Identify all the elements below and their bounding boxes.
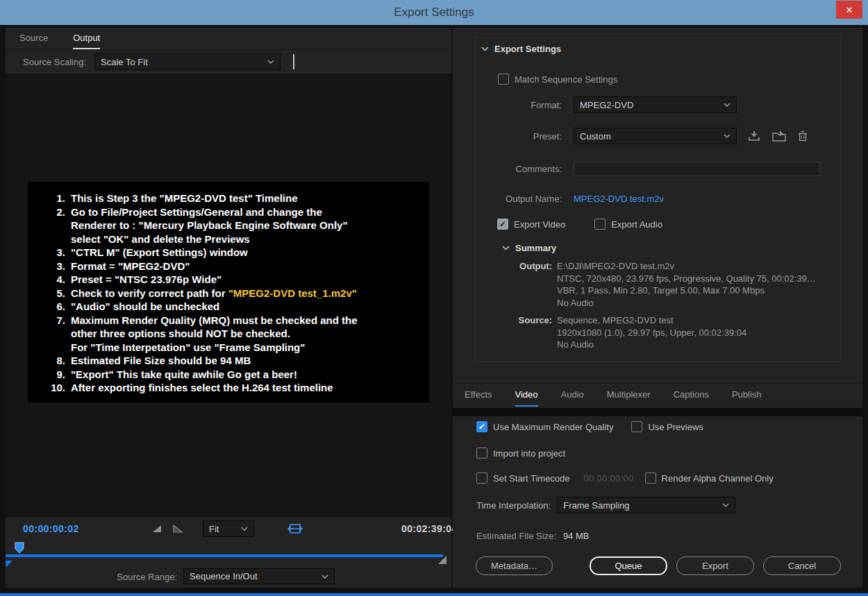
output-name-label: Output Name: xyxy=(476,194,562,204)
check-icon: ✓ xyxy=(478,423,485,431)
chevron-down-icon xyxy=(241,527,248,531)
tab-multiplexer[interactable]: Multiplexer xyxy=(607,384,651,407)
summary-output-line: No Audio xyxy=(557,297,816,309)
metadata-button[interactable]: Metadata… xyxy=(476,556,553,575)
comments-row: Comments: xyxy=(476,160,820,177)
import-preset-button[interactable] xyxy=(772,130,786,142)
save-preset-button[interactable] xyxy=(748,130,760,142)
tab-publish[interactable]: Publish xyxy=(732,384,762,407)
use-previews-label: Use Previews xyxy=(648,422,703,432)
export-settings-panel: Export Settings Match Sequence Settings … xyxy=(453,28,862,588)
source-range-label: Source Range: xyxy=(113,572,177,582)
export-button[interactable]: Export xyxy=(676,556,754,575)
close-button[interactable]: ✕ xyxy=(836,1,862,19)
chevron-down-icon xyxy=(267,60,274,64)
preset-actions xyxy=(748,130,808,142)
summary-output-row: Output: E:\DJI\MPEG2-DVD test.m2v NTSC, … xyxy=(476,260,816,309)
titlebar: Export Settings ✕ xyxy=(0,0,868,25)
panel-splitter-handle[interactable] xyxy=(293,54,294,69)
render-alpha-checkbox[interactable] xyxy=(645,472,656,484)
format-row: Format: MPEG2-DVD xyxy=(476,96,737,113)
preset-dropdown[interactable]: Custom xyxy=(574,128,737,144)
use-previews-checkbox[interactable] xyxy=(631,421,642,432)
time-interpolation-dropdown[interactable]: Frame Sampling xyxy=(557,497,735,513)
source-scaling-dropdown[interactable]: Scale To Fit xyxy=(94,53,281,70)
zoom-level-value: Fit xyxy=(209,524,219,534)
timeline-scrubber[interactable] xyxy=(6,540,451,565)
summary-output-line: VBR, 1 Pass, Min 2.80, Target 5.00, Max … xyxy=(557,284,816,297)
timecode-alpha-row: Set Start Timecode 00:00:00:00 Render Al… xyxy=(476,472,774,484)
import-into-project-label: Import into project xyxy=(493,448,565,459)
queue-button[interactable]: Queue xyxy=(590,556,667,575)
chevron-down-icon xyxy=(724,103,731,107)
import-preset-icon xyxy=(772,130,786,142)
tab-source[interactable]: Source xyxy=(19,28,48,49)
import-into-project-checkbox[interactable] xyxy=(476,448,487,459)
instruction-number: 10. xyxy=(42,381,65,395)
format-dropdown[interactable]: MPEG2-DVD xyxy=(574,96,737,113)
export-settings-header: Export Settings xyxy=(481,44,561,54)
summary-source-line: Sequence, MPEG2-DVD test xyxy=(557,314,746,327)
source-range-dropdown[interactable]: Sequence In/Out xyxy=(183,568,335,584)
instruction-item: 1.This is Step 3 the "MPEG2-DVD test" Ti… xyxy=(42,191,424,205)
source-scaling-value: Scale To Fit xyxy=(101,57,148,67)
cancel-button[interactable]: Cancel xyxy=(763,556,841,575)
start-timecode-value: 00:00:00:00 xyxy=(584,473,634,484)
summary-source-label: Source: xyxy=(476,314,552,351)
chevron-down-icon xyxy=(722,503,729,507)
tab-video[interactable]: Video xyxy=(515,384,538,407)
zoom-level-dropdown[interactable]: Fit xyxy=(203,520,254,537)
time-interpolation-row: Time Interpolation: Frame Sampling xyxy=(476,497,735,513)
instruction-text: After exporting finishes select the H.26… xyxy=(71,382,333,393)
set-out-point-icon[interactable] xyxy=(172,524,183,536)
source-scaling-label: Source Scaling: xyxy=(23,57,86,67)
summary-header: Summary xyxy=(502,243,556,253)
delete-preset-button[interactable] xyxy=(798,130,808,142)
time-interpolation-label: Time Interpolation: xyxy=(476,500,551,511)
tab-audio[interactable]: Audio xyxy=(561,384,584,407)
match-sequence-checkbox[interactable] xyxy=(498,74,509,85)
export-video-checkbox[interactable]: ✓ xyxy=(497,219,508,230)
instruction-item: 9."Export" This take quite awhile Go get… xyxy=(42,368,424,382)
instruction-item: 5.Check to verify correct path for "MPEG… xyxy=(42,287,424,300)
current-timecode[interactable]: 00:00:00:02 xyxy=(23,523,79,534)
tab-divider xyxy=(453,408,862,416)
collapse-chevron-icon[interactable] xyxy=(502,246,510,250)
use-max-render-quality-label: Use Maximum Render Quality xyxy=(493,422,613,432)
output-name-link[interactable]: MPEG2-DVD test.m2v xyxy=(574,194,664,204)
source-range-value: Sequence In/Out xyxy=(190,571,258,581)
instruction-text: "CTRL M" (Export Settings) window xyxy=(71,246,248,258)
export-video-label: Export Video xyxy=(514,219,565,230)
summary-title: Summary xyxy=(515,243,556,253)
settings-tab-bar: Effects Video Audio Multiplexer Captions… xyxy=(453,383,862,407)
export-audio-checkbox[interactable] xyxy=(594,219,606,230)
instruction-number: 2. xyxy=(42,205,65,246)
tab-effects[interactable]: Effects xyxy=(465,384,492,407)
instruction-number: 6. xyxy=(42,300,65,314)
export-streams-row: ✓ Export Video Export Audio xyxy=(497,216,662,232)
chevron-down-icon xyxy=(322,574,328,579)
use-max-render-quality-checkbox[interactable]: ✓ xyxy=(476,421,487,432)
comments-input[interactable] xyxy=(574,162,820,176)
tab-captions[interactable]: Captions xyxy=(674,384,709,407)
scrubber-track[interactable] xyxy=(6,554,443,557)
source-scaling-row: Source Scaling: Scale To Fit xyxy=(6,50,451,74)
settings-group: Export Settings Match Sequence Settings … xyxy=(475,37,841,362)
export-settings-title: Export Settings xyxy=(494,44,561,54)
instruction-text: Preset = "NTSC 23.976p Wide" xyxy=(71,273,222,285)
preview-area: 1.This is Step 3 the "MPEG2-DVD test" Ti… xyxy=(6,74,451,517)
crop-output-button[interactable] xyxy=(285,520,305,537)
set-in-point-icon[interactable] xyxy=(151,524,162,536)
tab-output[interactable]: Output xyxy=(73,28,100,49)
comments-label: Comments: xyxy=(476,164,562,174)
set-start-timecode-checkbox[interactable] xyxy=(476,472,487,484)
instruction-text: Go to File/Project Settings/General and … xyxy=(71,206,348,245)
preset-label: Preset: xyxy=(476,131,562,142)
instruction-text: Estimated File Size should be 94 MB xyxy=(71,355,251,366)
preset-row: Preset: Custom xyxy=(476,128,808,144)
collapse-chevron-icon[interactable] xyxy=(481,46,489,51)
preset-value: Custom xyxy=(580,131,611,142)
transport-bar: 00:00:00:02 Fit 00:02:39:04 xyxy=(6,517,451,540)
match-sequence-row: Match Sequence Settings xyxy=(498,71,617,87)
instruction-item: 3."CTRL M" (Export Settings) window xyxy=(42,246,424,259)
